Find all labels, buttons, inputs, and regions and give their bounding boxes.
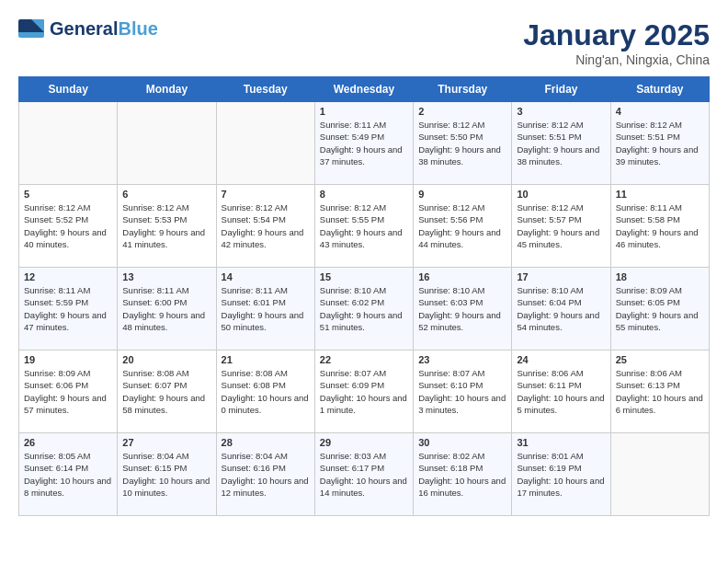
cell-week4-day5: 24Sunrise: 8:06 AM Sunset: 6:11 PM Dayli…	[512, 350, 610, 433]
day-info: Sunrise: 8:12 AM Sunset: 5:57 PM Dayligh…	[517, 201, 605, 250]
calendar-subtitle: Ning'an, Ningxia, China	[523, 52, 710, 67]
day-info: Sunrise: 8:12 AM Sunset: 5:52 PM Dayligh…	[24, 201, 112, 250]
logo-text: GeneralBlue	[50, 18, 158, 39]
page-header: GeneralBlue January 2025 Ning'an, Ningxi…	[18, 18, 710, 67]
week-row-5: 26Sunrise: 8:05 AM Sunset: 6:14 PM Dayli…	[19, 433, 710, 516]
week-row-1: 1Sunrise: 8:11 AM Sunset: 5:49 PM Daylig…	[19, 102, 710, 185]
col-wednesday: Wednesday	[314, 77, 413, 102]
day-number: 11	[616, 189, 704, 200]
cell-week3-day1: 13Sunrise: 8:11 AM Sunset: 6:00 PM Dayli…	[118, 268, 216, 350]
cell-week2-day3: 8Sunrise: 8:12 AM Sunset: 5:55 PM Daylig…	[314, 185, 413, 268]
title-block: January 2025 Ning'an, Ningxia, China	[523, 18, 710, 67]
day-info: Sunrise: 8:10 AM Sunset: 6:04 PM Dayligh…	[517, 284, 605, 333]
day-info: Sunrise: 8:04 AM Sunset: 6:16 PM Dayligh…	[222, 450, 310, 499]
day-info: Sunrise: 8:10 AM Sunset: 6:03 PM Dayligh…	[418, 284, 506, 333]
logo: GeneralBlue	[18, 18, 158, 39]
day-info: Sunrise: 8:11 AM Sunset: 6:01 PM Dayligh…	[222, 284, 310, 333]
cell-week1-day6: 4Sunrise: 8:12 AM Sunset: 5:51 PM Daylig…	[610, 102, 709, 185]
cell-week5-day6	[610, 433, 709, 516]
week-row-3: 12Sunrise: 8:11 AM Sunset: 5:59 PM Dayli…	[19, 268, 710, 350]
cell-week4-day4: 23Sunrise: 8:07 AM Sunset: 6:10 PM Dayli…	[414, 350, 512, 433]
day-number: 2	[418, 106, 506, 117]
day-info: Sunrise: 8:11 AM Sunset: 5:59 PM Dayligh…	[24, 284, 112, 333]
day-info: Sunrise: 8:12 AM Sunset: 5:54 PM Dayligh…	[222, 201, 310, 250]
calendar-table: Sunday Monday Tuesday Wednesday Thursday…	[18, 76, 710, 516]
day-info: Sunrise: 8:11 AM Sunset: 5:49 PM Dayligh…	[320, 119, 408, 167]
col-friday: Friday	[512, 77, 610, 102]
cell-week4-day1: 20Sunrise: 8:08 AM Sunset: 6:07 PM Dayli…	[118, 350, 216, 433]
cell-week2-day2: 7Sunrise: 8:12 AM Sunset: 5:54 PM Daylig…	[216, 185, 314, 268]
header-row: Sunday Monday Tuesday Wednesday Thursday…	[19, 77, 710, 102]
day-number: 18	[616, 271, 704, 282]
cell-week2-day0: 5Sunrise: 8:12 AM Sunset: 5:52 PM Daylig…	[19, 185, 118, 268]
day-info: Sunrise: 8:11 AM Sunset: 6:00 PM Dayligh…	[122, 284, 210, 333]
day-number: 1	[320, 106, 408, 117]
day-number: 10	[517, 189, 605, 200]
cell-week1-day5: 3Sunrise: 8:12 AM Sunset: 5:51 PM Daylig…	[512, 102, 610, 185]
col-thursday: Thursday	[414, 77, 512, 102]
day-number: 9	[418, 189, 506, 200]
day-number: 31	[517, 437, 605, 448]
day-number: 27	[122, 437, 210, 448]
cell-week1-day1	[118, 102, 216, 185]
cell-week4-day6: 25Sunrise: 8:06 AM Sunset: 6:13 PM Dayli…	[610, 350, 709, 433]
cell-week3-day5: 17Sunrise: 8:10 AM Sunset: 6:04 PM Dayli…	[512, 268, 610, 350]
day-info: Sunrise: 8:06 AM Sunset: 6:11 PM Dayligh…	[517, 367, 605, 416]
day-info: Sunrise: 8:09 AM Sunset: 6:05 PM Dayligh…	[616, 284, 704, 333]
day-number: 23	[418, 354, 506, 365]
day-number: 15	[320, 271, 408, 282]
day-info: Sunrise: 8:12 AM Sunset: 5:56 PM Dayligh…	[418, 201, 506, 250]
day-number: 30	[418, 437, 506, 448]
calendar-title: January 2025	[523, 18, 710, 52]
day-number: 5	[24, 189, 112, 200]
day-info: Sunrise: 8:04 AM Sunset: 6:15 PM Dayligh…	[122, 450, 210, 499]
col-saturday: Saturday	[610, 77, 709, 102]
day-number: 13	[122, 271, 210, 282]
day-info: Sunrise: 8:07 AM Sunset: 6:10 PM Dayligh…	[418, 367, 506, 416]
day-number: 19	[24, 354, 112, 365]
week-row-4: 19Sunrise: 8:09 AM Sunset: 6:06 PM Dayli…	[19, 350, 710, 433]
day-number: 4	[616, 106, 704, 117]
day-info: Sunrise: 8:08 AM Sunset: 6:08 PM Dayligh…	[222, 367, 310, 416]
day-number: 29	[320, 437, 408, 448]
cell-week5-day2: 28Sunrise: 8:04 AM Sunset: 6:16 PM Dayli…	[216, 433, 314, 516]
cell-week5-day1: 27Sunrise: 8:04 AM Sunset: 6:15 PM Dayli…	[118, 433, 216, 516]
cell-week1-day2	[216, 102, 314, 185]
day-info: Sunrise: 8:03 AM Sunset: 6:17 PM Dayligh…	[320, 450, 408, 499]
cell-week2-day5: 10Sunrise: 8:12 AM Sunset: 5:57 PM Dayli…	[512, 185, 610, 268]
day-info: Sunrise: 8:12 AM Sunset: 5:55 PM Dayligh…	[320, 201, 408, 250]
day-info: Sunrise: 8:11 AM Sunset: 5:58 PM Dayligh…	[616, 201, 704, 250]
cell-week5-day0: 26Sunrise: 8:05 AM Sunset: 6:14 PM Dayli…	[19, 433, 118, 516]
day-number: 25	[616, 354, 704, 365]
day-number: 20	[122, 354, 210, 365]
col-tuesday: Tuesday	[216, 77, 314, 102]
cell-week2-day4: 9Sunrise: 8:12 AM Sunset: 5:56 PM Daylig…	[414, 185, 512, 268]
day-number: 8	[320, 189, 408, 200]
cell-week5-day3: 29Sunrise: 8:03 AM Sunset: 6:17 PM Dayli…	[314, 433, 413, 516]
day-number: 7	[222, 189, 310, 200]
cell-week3-day0: 12Sunrise: 8:11 AM Sunset: 5:59 PM Dayli…	[19, 268, 118, 350]
cell-week2-day1: 6Sunrise: 8:12 AM Sunset: 5:53 PM Daylig…	[118, 185, 216, 268]
day-number: 6	[122, 189, 210, 200]
day-info: Sunrise: 8:12 AM Sunset: 5:51 PM Dayligh…	[616, 119, 704, 167]
day-info: Sunrise: 8:09 AM Sunset: 6:06 PM Dayligh…	[24, 367, 112, 416]
cell-week4-day3: 22Sunrise: 8:07 AM Sunset: 6:09 PM Dayli…	[314, 350, 413, 433]
cell-week2-day6: 11Sunrise: 8:11 AM Sunset: 5:58 PM Dayli…	[610, 185, 709, 268]
cell-week3-day3: 15Sunrise: 8:10 AM Sunset: 6:02 PM Dayli…	[314, 268, 413, 350]
cell-week3-day2: 14Sunrise: 8:11 AM Sunset: 6:01 PM Dayli…	[216, 268, 314, 350]
day-number: 17	[517, 271, 605, 282]
day-number: 26	[24, 437, 112, 448]
cell-week4-day0: 19Sunrise: 8:09 AM Sunset: 6:06 PM Dayli…	[19, 350, 118, 433]
week-row-2: 5Sunrise: 8:12 AM Sunset: 5:52 PM Daylig…	[19, 185, 710, 268]
day-info: Sunrise: 8:08 AM Sunset: 6:07 PM Dayligh…	[122, 367, 210, 416]
day-number: 21	[222, 354, 310, 365]
col-sunday: Sunday	[19, 77, 118, 102]
cell-week1-day4: 2Sunrise: 8:12 AM Sunset: 5:50 PM Daylig…	[414, 102, 512, 185]
cell-week1-day3: 1Sunrise: 8:11 AM Sunset: 5:49 PM Daylig…	[314, 102, 413, 185]
cell-week5-day5: 31Sunrise: 8:01 AM Sunset: 6:19 PM Dayli…	[512, 433, 610, 516]
calendar-body: 1Sunrise: 8:11 AM Sunset: 5:49 PM Daylig…	[19, 102, 710, 516]
day-number: 22	[320, 354, 408, 365]
cell-week3-day6: 18Sunrise: 8:09 AM Sunset: 6:05 PM Dayli…	[610, 268, 709, 350]
cell-week5-day4: 30Sunrise: 8:02 AM Sunset: 6:18 PM Dayli…	[414, 433, 512, 516]
day-number: 24	[517, 354, 605, 365]
